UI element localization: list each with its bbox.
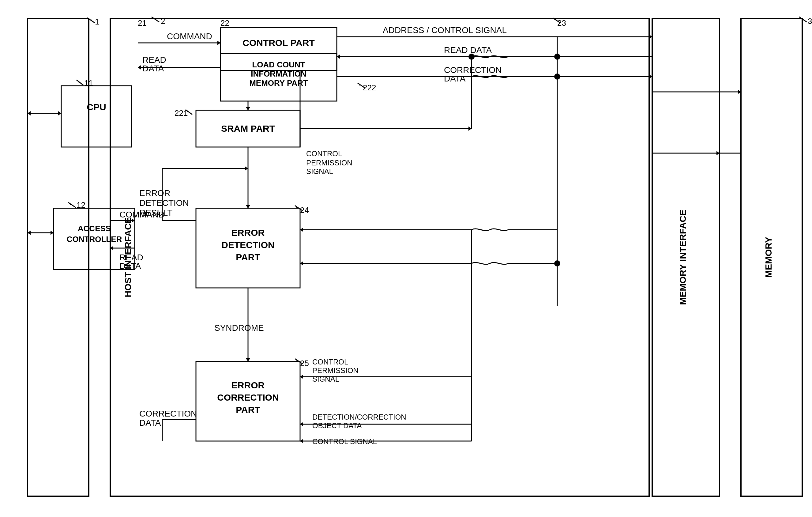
svg-rect-10 <box>61 86 132 147</box>
svg-rect-0 <box>28 18 89 496</box>
read-data-memory-label: READ DATA <box>444 45 492 55</box>
svg-point-74 <box>554 260 560 266</box>
ref-11: 11 <box>84 78 93 88</box>
det-corr-label2: OBJECT DATA <box>312 422 361 430</box>
control-part-label: CONTROL PART <box>242 38 315 48</box>
ctrl-perm2-label1: CONTROL <box>312 358 348 366</box>
syndrome-label: SYNDROME <box>214 323 264 333</box>
load-count-label3: MEMORY PART <box>249 78 308 88</box>
access-controller-label: ACCESS <box>78 224 111 233</box>
error-correction-label3: PART <box>236 405 260 415</box>
diagram-container: 1 3 2 CPU 11 ACCESS CONTROLLER <box>0 0 812 517</box>
correction-data-bottom-label2: DATA <box>139 418 161 428</box>
error-det-result-label3: RESULT <box>139 208 172 218</box>
ref-12: 12 <box>77 200 85 209</box>
correction-data-top-label: CORRECTION <box>444 65 501 75</box>
memory-label: MEMORY <box>763 237 774 278</box>
correction-data-top-label2: DATA <box>444 74 466 83</box>
cpu-label: CPU <box>87 102 106 112</box>
error-det-result-label1: ERROR <box>139 189 170 198</box>
ref-1: 1 <box>95 17 99 26</box>
ctrl-perm2-label3: SIGNAL <box>312 375 339 383</box>
memory-interface-label: MEMORY INTERFACE <box>677 209 688 305</box>
ref-22: 22 <box>221 18 229 28</box>
error-det-result-label2: DETECTION <box>139 198 189 208</box>
svg-line-12 <box>77 80 83 85</box>
correction-data-bottom-label1: CORRECTION <box>139 409 197 419</box>
det-corr-label1: DETECTION/CORRECTION <box>312 413 406 421</box>
ref-21: 21 <box>138 18 147 28</box>
ref-23: 23 <box>557 18 566 28</box>
access-controller-label2: CONTROLLER <box>67 235 122 244</box>
error-detection-label3: PART <box>236 252 260 262</box>
host-interface-label: HOST INTERFACE <box>123 217 133 297</box>
error-detection-label2: DETECTION <box>221 240 274 250</box>
command-top-label: COMMAND <box>167 32 212 41</box>
load-count-label1: LOAD COUNT <box>252 60 305 69</box>
svg-line-18 <box>68 202 76 208</box>
read-data-top-label2: DATA <box>142 64 164 73</box>
address-control-label: ADDRESS / CONTROL SIGNAL <box>383 25 507 35</box>
ctrl-perm2-label2: PERMISSION <box>312 366 358 375</box>
error-correction-label1: ERROR <box>231 380 265 390</box>
svg-line-8 <box>151 17 159 22</box>
svg-marker-45 <box>138 65 141 69</box>
sram-label: SRAM PART <box>221 123 275 134</box>
ctrl-perm-label3: SIGNAL <box>306 167 333 175</box>
read-data-top-label: READ <box>142 55 166 65</box>
svg-line-6 <box>799 17 807 22</box>
error-detection-label1: ERROR <box>231 228 265 238</box>
ref-3: 3 <box>808 17 812 26</box>
ctrl-perm-label1: CONTROL <box>306 149 342 158</box>
error-correction-label2: CORRECTION <box>217 392 279 402</box>
ctrl-perm-label2: PERMISSION <box>306 159 352 167</box>
